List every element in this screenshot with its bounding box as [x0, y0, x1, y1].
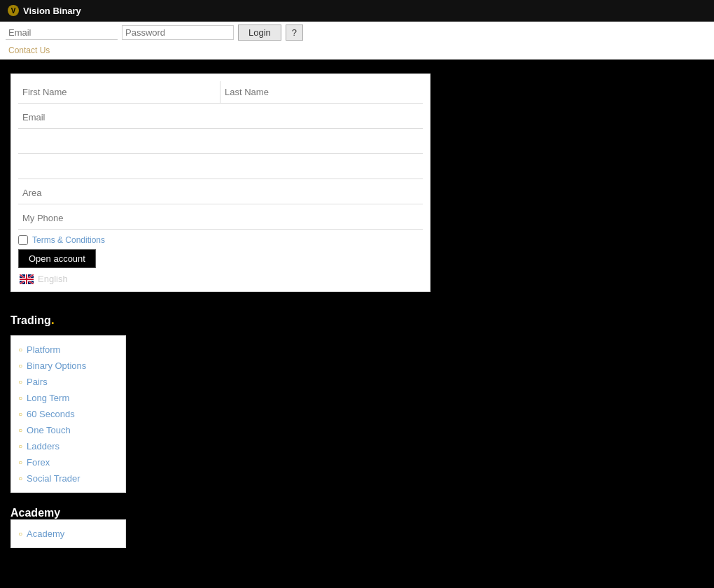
login-button[interactable]: Login — [238, 24, 281, 41]
language-row: English — [20, 274, 423, 284]
menu-bullet: ○ — [18, 378, 22, 386]
trading-menu-label-ladders[interactable]: Ladders — [27, 441, 59, 451]
svg-rect-10 — [26, 274, 27, 284]
svg-text:V: V — [11, 7, 16, 15]
trading-menu-label-social-trader[interactable]: Social Trader — [27, 473, 80, 484]
password-input[interactable] — [122, 25, 234, 40]
language-label: English — [38, 274, 68, 284]
trading-menu-item-one-touch[interactable]: ○ One Touch — [11, 422, 125, 438]
trading-menu-item-social-trader[interactable]: ○ Social Trader — [11, 470, 125, 486]
menu-bullet: ○ — [18, 394, 22, 402]
terms-link[interactable]: Terms & Conditions — [32, 235, 105, 245]
help-button[interactable]: ? — [286, 24, 303, 41]
top-login-bar: Login ? — [0, 22, 714, 43]
registration-form: Terms & Conditions Open account English — [10, 74, 430, 292]
trading-heading: Trading — [10, 314, 51, 327]
first-name-input[interactable] — [18, 81, 220, 104]
email-row — [18, 106, 423, 129]
menu-bullet: ○ — [18, 458, 22, 466]
field3-input[interactable] — [18, 132, 423, 154]
field3-row — [18, 132, 423, 154]
academy-heading: Academy — [10, 507, 60, 519]
contact-us-link[interactable]: Contact Us — [6, 44, 52, 57]
trading-menu-label-binary-options[interactable]: Binary Options — [27, 360, 86, 371]
phone-input[interactable] — [18, 207, 423, 230]
menu-bullet: ○ — [18, 410, 22, 418]
menu-bullet: ○ — [18, 362, 22, 370]
uk-flag-icon — [20, 274, 34, 284]
menu-bullet: ○ — [18, 530, 22, 538]
terms-row: Terms & Conditions — [18, 235, 423, 245]
trading-menu-label-platform[interactable]: Platform — [27, 344, 60, 355]
academy-menu: ○ Academy — [10, 519, 126, 548]
trading-menu: ○ Platform ○ Binary Options ○ Pairs ○ Lo… — [10, 335, 126, 493]
menu-bullet: ○ — [18, 426, 22, 434]
area-input[interactable] — [18, 182, 423, 204]
phone-row — [18, 207, 423, 230]
trading-menu-label-forex[interactable]: Forex — [27, 457, 50, 468]
academy-heading-container: Academy — [10, 507, 704, 519]
header: V Vision Binary — [0, 0, 714, 22]
trading-menu-item-long-term[interactable]: ○ Long Term — [11, 390, 125, 406]
menu-bullet: ○ — [18, 442, 22, 450]
trading-menu-item-ladders[interactable]: ○ Ladders — [11, 438, 125, 454]
trading-menu-label-60-seconds[interactable]: 60 Seconds — [27, 409, 75, 419]
open-account-button[interactable]: Open account — [18, 249, 96, 268]
field4-row — [18, 157, 423, 179]
terms-checkbox[interactable] — [18, 235, 28, 245]
field4-input[interactable] — [18, 157, 423, 179]
trading-menu-item-60-seconds[interactable]: ○ 60 Seconds — [11, 406, 125, 422]
logo-text: Vision Binary — [23, 6, 81, 16]
menu-bullet: ○ — [18, 346, 22, 354]
trading-menu-item-forex[interactable]: ○ Forex — [11, 454, 125, 470]
logo-area: V Vision Binary — [7, 4, 81, 17]
reg-email-input[interactable] — [18, 106, 423, 129]
area-row — [18, 182, 423, 204]
logo-icon: V — [7, 4, 20, 17]
trading-menu-label-one-touch[interactable]: One Touch — [27, 425, 71, 435]
name-row — [18, 81, 423, 104]
trading-menu-label-long-term[interactable]: Long Term — [27, 393, 69, 403]
trading-menu-item-pairs[interactable]: ○ Pairs — [11, 374, 125, 390]
trading-menu-label-pairs[interactable]: Pairs — [27, 377, 48, 387]
academy-section: Academy ○ Academy — [10, 507, 704, 548]
academy-menu-label-academy[interactable]: Academy — [27, 528, 64, 539]
trading-menu-item-binary-options[interactable]: ○ Binary Options — [11, 358, 125, 374]
trading-menu-item-platform[interactable]: ○ Platform — [11, 342, 125, 358]
academy-menu-item-academy[interactable]: ○ Academy — [11, 526, 125, 542]
last-name-input[interactable] — [220, 81, 423, 104]
menu-bullet: ○ — [18, 475, 22, 482]
trading-dot: . — [51, 313, 55, 327]
trading-section: Trading. ○ Platform ○ Binary Options ○ P… — [10, 313, 704, 493]
email-input[interactable] — [6, 26, 118, 40]
trading-heading-container: Trading. — [10, 313, 704, 335]
